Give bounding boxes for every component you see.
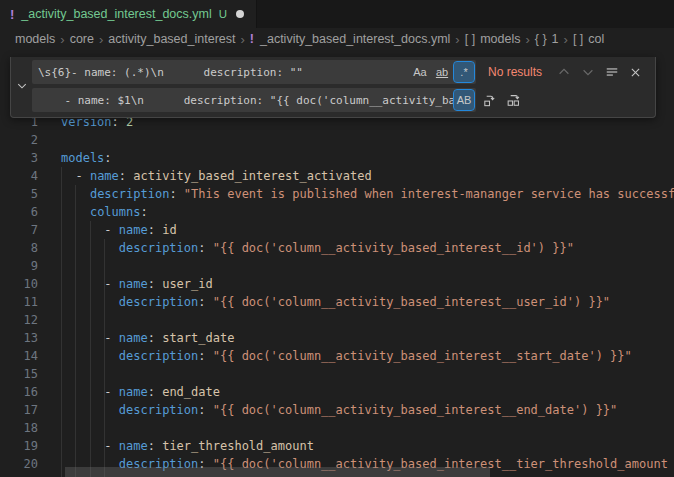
editor[interactable]: 1version: 223models:4 - name: activity_b… <box>0 50 674 477</box>
breadcrumb-item-col[interactable]: [ ]col <box>573 32 604 46</box>
find-input-box: Aa ab .* <box>32 60 476 84</box>
line-number: 19 <box>0 437 38 455</box>
code-line[interactable]: 15 <box>0 365 674 383</box>
code-line[interactable]: 7 - name: id <box>0 221 674 239</box>
code-line[interactable]: 5 description: "This event is published … <box>0 185 674 203</box>
yaml-file-icon: ! <box>250 32 254 46</box>
breadcrumb-separator: › <box>450 32 464 47</box>
replace-button[interactable] <box>479 90 500 111</box>
code-line[interactable]: 3models: <box>0 149 674 167</box>
breadcrumb-item-core[interactable]: core <box>70 32 94 46</box>
breadcrumb-label: core <box>70 32 94 46</box>
breadcrumb-label: models <box>480 32 520 46</box>
line-number: 5 <box>0 185 38 203</box>
replace-input[interactable] <box>38 88 454 112</box>
line-number: 8 <box>0 239 38 257</box>
line-content: description: "{{ doc('column__activity_b… <box>61 239 574 257</box>
line-number: 12 <box>0 311 38 329</box>
line-number: 17 <box>0 401 38 419</box>
code-line[interactable]: 2 <box>0 131 674 149</box>
line-content: columns: <box>61 203 148 221</box>
line-number: 4 <box>0 167 38 185</box>
line-content: - name: tier_threshold_amount <box>61 437 314 455</box>
breadcrumb-label: col <box>588 32 604 46</box>
git-untracked-badge: U <box>219 8 227 20</box>
find-input[interactable] <box>38 60 410 84</box>
replace-all-icon <box>506 93 521 108</box>
previous-match-button[interactable] <box>553 62 574 83</box>
code-area[interactable]: 1version: 223models:4 - name: activity_b… <box>0 113 674 473</box>
line-number: 11 <box>0 293 38 311</box>
breadcrumb-separator: › <box>559 32 573 47</box>
code-line[interactable]: 4 - name: activity_based_interest_activa… <box>0 167 674 185</box>
toggle-replace-button[interactable] <box>11 60 32 112</box>
code-line[interactable]: 11 description: "{{ doc('column__activit… <box>0 293 674 311</box>
line-content: - name: start_date <box>61 329 234 347</box>
breadcrumb-item-activity_based_interest[interactable]: activity_based_interest <box>108 32 235 46</box>
find-in-selection-button[interactable] <box>601 62 622 83</box>
code-line[interactable]: 6 columns: <box>0 203 674 221</box>
selection-lines-icon <box>605 65 619 79</box>
code-line[interactable]: 17 description: "{{ doc('column__activit… <box>0 401 674 419</box>
dirty-indicator-dot[interactable] <box>236 10 244 18</box>
line-number: 20 <box>0 455 38 473</box>
breadcrumb-item-_activity_based_interest_docs.yml[interactable]: !_activity_based_interest_docs.yml <box>250 32 451 46</box>
whole-word-label: ab <box>436 66 448 78</box>
breadcrumb-separator: › <box>94 32 108 47</box>
code-line[interactable]: 16 - name: end_date <box>0 383 674 401</box>
horizontal-scrollbar[interactable] <box>65 467 490 477</box>
breadcrumb-label: activity_based_interest <box>108 32 235 46</box>
breadcrumb-label: models <box>15 32 55 46</box>
code-line[interactable]: 14 description: "{{ doc('column__activit… <box>0 347 674 365</box>
breadcrumb-item-models[interactable]: models <box>15 32 55 46</box>
code-line[interactable]: 12 <box>0 311 674 329</box>
code-line[interactable]: 19 - name: tier_threshold_amount <box>0 437 674 455</box>
line-content: - name: activity_based_interest_activate… <box>61 167 372 185</box>
replace-all-button[interactable] <box>503 90 524 111</box>
arrow-up-icon <box>557 65 571 79</box>
breadcrumb-label: _activity_based_interest_docs.yml <box>260 32 450 46</box>
breadcrumb-label: 1 <box>552 32 559 46</box>
regex-button[interactable]: .* <box>454 62 474 82</box>
line-number: 15 <box>0 365 38 383</box>
line-number: 13 <box>0 329 38 347</box>
yaml-file-icon: ! <box>10 7 14 22</box>
code-line[interactable]: 9 <box>0 257 674 275</box>
replace-icon <box>482 93 497 108</box>
vscode-window: ! _activity_based_interest_docs.yml U mo… <box>0 0 674 477</box>
code-line[interactable]: 10 - name: user_id <box>0 275 674 293</box>
match-case-button[interactable]: Aa <box>410 62 430 82</box>
line-content: - name: user_id <box>61 275 213 293</box>
code-line[interactable]: 8 description: "{{ doc('column__activity… <box>0 239 674 257</box>
replace-row: AB <box>32 88 652 112</box>
code-line[interactable]: 18 <box>0 419 674 437</box>
line-number: 16 <box>0 383 38 401</box>
tab-activity-based-interest-docs[interactable]: ! _activity_based_interest_docs.yml U <box>0 0 257 28</box>
line-number: 18 <box>0 419 38 437</box>
breadcrumb-separator: › <box>520 32 534 47</box>
find-replace-widget: Aa ab .* No results <box>10 57 656 118</box>
breadcrumb-item-models[interactable]: [ ]models <box>465 32 521 46</box>
symbol-icon: [ ] <box>465 32 475 46</box>
find-status: No results <box>488 65 542 79</box>
line-number: 3 <box>0 149 38 167</box>
close-find-button[interactable] <box>625 62 646 83</box>
line-number: 7 <box>0 221 38 239</box>
code-line[interactable]: 13 - name: start_date <box>0 329 674 347</box>
breadcrumb-item-1[interactable]: { }1 <box>535 32 559 46</box>
line-number: 10 <box>0 275 38 293</box>
line-number: 6 <box>0 203 38 221</box>
line-number: 2 <box>0 131 38 149</box>
replace-input-box: AB <box>32 88 476 112</box>
next-match-button[interactable] <box>577 62 598 83</box>
tab-title: _activity_based_interest_docs.yml <box>21 7 211 21</box>
preserve-case-button[interactable]: AB <box>454 90 474 110</box>
arrow-down-icon <box>581 65 595 79</box>
line-content: description: "{{ doc('column__activity_b… <box>61 401 617 419</box>
line-content: description: "This event is published wh… <box>61 185 674 203</box>
symbol-icon: { } <box>535 32 547 46</box>
chevron-down-icon <box>16 80 28 92</box>
tab-bar: ! _activity_based_interest_docs.yml U <box>0 0 674 28</box>
close-icon <box>629 66 642 79</box>
whole-word-button[interactable]: ab <box>432 62 452 82</box>
